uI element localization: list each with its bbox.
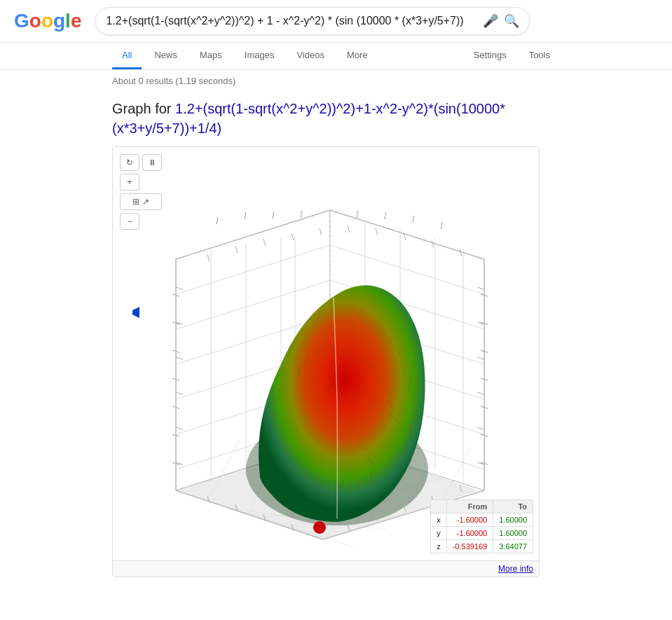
- zoom-in-button[interactable]: +: [120, 174, 139, 191]
- logo-letter-e: e: [71, 10, 82, 32]
- logo-letter-l: l: [65, 10, 71, 32]
- rotate-button[interactable]: ↻: [120, 154, 139, 171]
- range-row-y: y -1.60000 1.60000: [431, 527, 533, 540]
- logo-letter-g2: g: [53, 10, 65, 32]
- search-bar: 1.2+(sqrt(1-(sqrt(x^2+y^2))^2) + 1 - x^2…: [95, 7, 530, 35]
- pause-button[interactable]: ⏸: [142, 154, 162, 171]
- range-x-to: 1.60000: [493, 514, 533, 527]
- header: Google 1.2+(sqrt(1-(sqrt(x^2+y^2))^2) + …: [0, 0, 672, 43]
- tab-tools[interactable]: Tools: [519, 43, 560, 69]
- graph-section: Graph for 1.2+(sqrt(1-sqrt(x^2+y^2))^2)+…: [0, 92, 672, 591]
- logo-letter-o1: o: [29, 10, 41, 32]
- range-y-label: y: [431, 527, 447, 540]
- range-row-x: x -1.60000 1.60000: [431, 514, 533, 527]
- range-y-from: -1.60000: [446, 527, 493, 540]
- logo-letter-o2: o: [41, 10, 53, 32]
- range-x-from: -1.60000: [446, 514, 493, 527]
- tab-settings[interactable]: Settings: [464, 43, 516, 69]
- logo-letter-g: G: [14, 10, 29, 32]
- search-bar-wrapper: 1.2+(sqrt(1-(sqrt(x^2+y^2))^2) + 1 - x^2…: [95, 7, 530, 35]
- tab-news[interactable]: News: [144, 43, 187, 69]
- tab-maps[interactable]: Maps: [190, 43, 232, 69]
- reset-button[interactable]: ⊞ ↗: [120, 193, 162, 210]
- more-info-link[interactable]: More info: [498, 564, 533, 574]
- graph-title: Graph for 1.2+(sqrt(1-sqrt(x^2+y^2))^2)+…: [112, 99, 560, 138]
- range-table: From To x -1.60000 1.60000 y -1.60000 1.…: [430, 500, 533, 553]
- search-input[interactable]: 1.2+(sqrt(1-(sqrt(x^2+y^2))^2) + 1 - x^2…: [106, 15, 477, 27]
- microphone-icon[interactable]: 🎤: [483, 13, 498, 29]
- tab-all[interactable]: All: [112, 43, 142, 69]
- results-info: About 0 results (1.19 seconds): [0, 70, 672, 92]
- tab-images[interactable]: Images: [235, 43, 284, 69]
- nav-tabs: All News Maps Images Videos More Setting…: [0, 43, 672, 70]
- range-z-label: z: [431, 540, 447, 553]
- zoom-out-button[interactable]: −: [120, 213, 139, 230]
- graph-svg: [113, 147, 540, 560]
- tab-videos[interactable]: Videos: [287, 43, 334, 69]
- graph-title-prefix: Graph for: [112, 101, 175, 116]
- tab-more[interactable]: More: [337, 43, 378, 69]
- range-z-from: -0.539169: [446, 540, 493, 553]
- range-z-to: 3.64077: [493, 540, 533, 553]
- google-logo[interactable]: Google: [14, 10, 81, 32]
- range-col-to: To: [493, 500, 533, 514]
- graph-canvas: From To x -1.60000 1.60000 y -1.60000 1.…: [113, 147, 540, 560]
- graph-controls: ↻ ⏸ + ⊞ ↗ −: [120, 154, 162, 230]
- results-count: About 0 results (1.19 seconds): [112, 76, 235, 86]
- more-info-row: More info: [113, 560, 539, 577]
- red-dot-indicator: [313, 521, 326, 534]
- range-col-from: From: [446, 500, 493, 514]
- more-info-text: More info: [498, 564, 533, 574]
- range-y-to: 1.60000: [493, 527, 533, 540]
- range-x-label: x: [431, 514, 447, 527]
- range-col-label: [431, 500, 447, 514]
- range-row-z: z -0.539169 3.64077: [431, 540, 533, 553]
- search-icon[interactable]: 🔍: [504, 13, 519, 29]
- graph-container: ↻ ⏸ + ⊞ ↗ −: [112, 146, 540, 577]
